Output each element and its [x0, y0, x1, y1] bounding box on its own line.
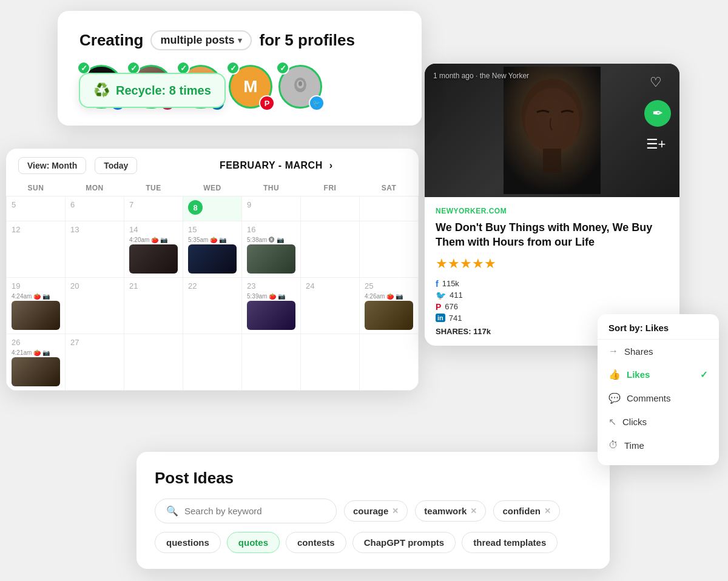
cal-cell[interactable]: 20	[66, 278, 124, 334]
heart-button[interactable]: ♡	[644, 71, 667, 94]
chevron-down-icon: ▾	[238, 36, 242, 45]
today-button[interactable]: Today	[95, 157, 137, 174]
article-title: We Don't Buy Things with Money, We Buy T…	[436, 220, 669, 250]
day-fri: FRI	[301, 180, 360, 196]
cal-cell[interactable]: 15 5:35am 🍅 📷	[183, 221, 242, 278]
quotes-label: quotes	[238, 537, 268, 548]
cal-cell[interactable]	[124, 334, 183, 391]
cal-cell[interactable]: 25 4:26am 🍅 📷	[360, 278, 419, 334]
cal-cell[interactable]: 26 4:21am 🍅 📷	[7, 334, 66, 391]
cal-cell[interactable]: 6	[66, 196, 124, 221]
sort-likes[interactable]: 👍 Likes ✓	[598, 363, 719, 386]
article-overlay-buttons: ♡ ✒ ☰+	[644, 71, 671, 156]
cal-cell[interactable]	[360, 334, 419, 391]
sort-time-label: Time	[624, 440, 644, 451]
cal-cell[interactable]	[360, 196, 419, 221]
post-time: 4:26am 🍅 📷	[365, 293, 413, 300]
article-card: ♡ ✒ ☰+ 1 month ago · the New Yorker NEWY…	[425, 64, 679, 346]
avatar-5: ✓ 🐦	[278, 65, 322, 109]
face-silhouette	[504, 67, 601, 194]
post-time: 4:24am 🍅 📷	[12, 293, 60, 300]
sort-clicks-label: Clicks	[622, 417, 647, 427]
quotes-pill[interactable]: quotes	[227, 532, 280, 553]
teamwork-tag[interactable]: teamwork ✕	[415, 500, 486, 522]
sort-clicks[interactable]: ↖ Clicks	[598, 410, 719, 434]
courage-tag[interactable]: courage ✕	[344, 500, 408, 522]
sort-time[interactable]: ⏱ Time	[598, 434, 719, 457]
search-input[interactable]	[184, 506, 325, 516]
sort-shares[interactable]: → Shares	[598, 340, 719, 363]
pill-label: multiple posts	[160, 34, 234, 47]
post-time: 4:20am 🍅 📷	[129, 237, 178, 243]
calendar-header: View: Month Today FEBRUARY - MARCH ›	[6, 149, 419, 180]
cal-cell[interactable]: 21	[124, 278, 183, 334]
cal-cell-today[interactable]: 8	[183, 196, 242, 221]
confidence-label: confiden	[502, 506, 541, 516]
post-time: 5:38am 🅜 📷	[247, 237, 295, 243]
day-sun: SUN	[7, 180, 66, 196]
article-meta-text: 1 month ago · the New Yorker	[433, 72, 529, 80]
cal-cell[interactable]: 7	[124, 196, 183, 221]
cal-cell[interactable]	[183, 334, 242, 391]
cal-cell[interactable]	[242, 334, 301, 391]
creating-title: Creating multiple posts ▾ for 5 profiles	[79, 30, 400, 50]
cal-cell[interactable]: 12	[7, 221, 66, 278]
questions-pill[interactable]: questions	[155, 532, 221, 553]
cal-cell[interactable]	[301, 196, 360, 221]
tw-icon: 🐦	[436, 290, 446, 300]
recycle-label: Recycle: 8 times	[116, 84, 211, 98]
post-ideas-card: Post Ideas 🔍 courage ✕ teamwork ✕ confid…	[136, 452, 610, 569]
clock-icon: ⏱	[608, 440, 618, 451]
cal-cell[interactable]: 22	[183, 278, 242, 334]
chatgpt-prompts-label: ChapGPT prompts	[364, 537, 445, 548]
fingerprint-icon	[286, 73, 314, 101]
chatgpt-prompts-pill[interactable]: ChapGPT prompts	[352, 532, 456, 553]
add-to-queue-button[interactable]: ☰+	[644, 133, 667, 156]
cal-cell[interactable]: 14 4:20am 🍅 📷	[124, 221, 183, 278]
recycle-icon: ♻️	[93, 82, 110, 98]
confidence-tag[interactable]: confiden ✕	[493, 500, 560, 522]
cal-cell[interactable]: 27	[66, 334, 124, 391]
cal-cell[interactable]: 24	[301, 278, 360, 334]
sort-comments-label: Comments	[627, 393, 671, 403]
check-badge-4: ✓	[226, 61, 240, 75]
post-type-pill[interactable]: multiple posts ▾	[150, 30, 252, 50]
confidence-remove-icon[interactable]: ✕	[544, 506, 551, 516]
article-meta: 1 month ago · the New Yorker	[433, 71, 529, 80]
calendar-days-header: SUN MON TUE WED THU FRI SAT	[7, 180, 419, 196]
courage-remove-icon[interactable]: ✕	[392, 506, 399, 516]
thread-templates-pill[interactable]: thread templates	[462, 532, 558, 553]
post-time: 4:21am 🍅 📷	[12, 349, 60, 356]
cal-cell[interactable]: 5	[7, 196, 66, 221]
cal-cell[interactable]: 16 5:38am 🅜 📷	[242, 221, 301, 278]
calendar-card: View: Month Today FEBRUARY - MARCH › SUN…	[6, 149, 419, 391]
stat-row-pi: P 676	[436, 302, 669, 312]
creating-suffix: for 5 profiles	[259, 31, 354, 50]
cal-cell[interactable]: 13	[66, 221, 124, 278]
cal-cell[interactable]	[360, 221, 419, 278]
cal-cell[interactable]: 23 5:39am 🍅 📷	[242, 278, 301, 334]
cal-week-3: 19 4:24am 🍅 📷 20 21 22 23 5:39am 🍅 📷 24 …	[7, 278, 419, 334]
li-icon: in	[436, 314, 445, 322]
feather-button[interactable]: ✒	[644, 100, 671, 127]
fb-count: 115k	[442, 279, 459, 288]
cal-week-1: 5 6 7 8 9	[7, 196, 419, 221]
teamwork-remove-icon[interactable]: ✕	[470, 506, 477, 516]
cal-cell[interactable]	[301, 221, 360, 278]
svg-point-12	[525, 88, 579, 155]
stat-row-fb: f 115k	[436, 279, 669, 289]
post-ideas-title: Post Ideas	[155, 469, 592, 488]
comment-icon: 💬	[608, 392, 621, 404]
cal-week-2: 12 13 14 4:20am 🍅 📷 15 5:35am 🍅 📷 16 5:3…	[7, 221, 419, 278]
sort-comments[interactable]: 💬 Comments	[598, 386, 719, 410]
cal-cell[interactable]: 19 4:24am 🍅 📷	[7, 278, 66, 334]
day-thu: THU	[242, 180, 301, 196]
recycle-bubble: ♻️ Recycle: 8 times	[79, 73, 226, 108]
cal-cell[interactable]: 9	[242, 196, 301, 221]
post-thumbnail	[12, 301, 60, 330]
cal-cell[interactable]	[301, 334, 360, 391]
view-month-button[interactable]: View: Month	[18, 157, 86, 174]
chevron-right-icon[interactable]: ›	[329, 160, 333, 170]
contests-pill[interactable]: contests	[286, 532, 346, 553]
creating-card: Creating multiple posts ▾ for 5 profiles…	[58, 11, 422, 126]
